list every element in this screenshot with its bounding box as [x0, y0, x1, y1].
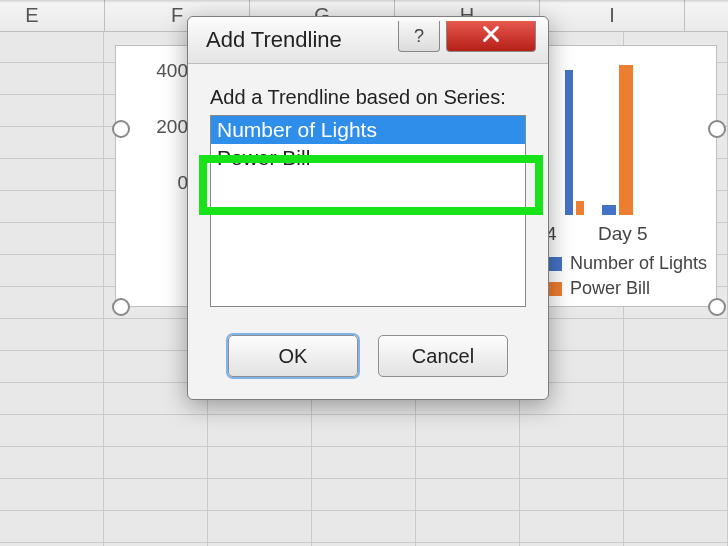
- series-listbox[interactable]: Number of LightsPower Bill: [210, 115, 526, 307]
- cell[interactable]: [208, 447, 312, 478]
- y-tick-label: 200: [128, 116, 188, 172]
- column-header-j[interactable]: J: [685, 0, 728, 31]
- cell[interactable]: [520, 479, 624, 510]
- chart-resize-handle[interactable]: [112, 298, 130, 316]
- cell[interactable]: [208, 511, 312, 542]
- y-tick-label: 400: [128, 60, 188, 116]
- chart-bar[interactable]: [619, 65, 633, 215]
- legend-label: Power Bill: [570, 278, 650, 298]
- cell[interactable]: [312, 479, 416, 510]
- cancel-button[interactable]: Cancel: [378, 335, 508, 377]
- cell[interactable]: [624, 511, 728, 542]
- cell[interactable]: [0, 31, 104, 62]
- grid-row: [0, 479, 728, 511]
- chart-y-axis: 4002000: [128, 60, 188, 228]
- cell[interactable]: [520, 511, 624, 542]
- cell[interactable]: [624, 447, 728, 478]
- cell[interactable]: [624, 351, 728, 382]
- cell[interactable]: [416, 415, 520, 446]
- column-header-i[interactable]: I: [540, 0, 685, 31]
- dialog-button-row: OK Cancel: [188, 317, 548, 399]
- cell[interactable]: [208, 415, 312, 446]
- cell[interactable]: [104, 447, 208, 478]
- dialog-title: Add Trendline: [206, 27, 342, 53]
- legend-item: Power Bill: [548, 278, 708, 299]
- cell[interactable]: [0, 255, 104, 286]
- cell[interactable]: [0, 127, 104, 158]
- cell[interactable]: [0, 415, 104, 446]
- question-mark-icon: ?: [414, 26, 424, 47]
- column-header-e[interactable]: E: [0, 0, 105, 31]
- grid-row: [0, 415, 728, 447]
- cell[interactable]: [312, 511, 416, 542]
- crop-shadow: [0, 0, 728, 3]
- cell[interactable]: [104, 415, 208, 446]
- chart-resize-handle[interactable]: [708, 120, 726, 138]
- close-button[interactable]: [446, 21, 536, 52]
- cell[interactable]: [624, 319, 728, 350]
- help-button[interactable]: ?: [398, 21, 440, 52]
- legend-swatch: [548, 257, 562, 271]
- legend-item: Number of Lights: [548, 253, 708, 274]
- cell[interactable]: [624, 479, 728, 510]
- cell[interactable]: [520, 415, 624, 446]
- chart-resize-handle[interactable]: [708, 298, 726, 316]
- cell[interactable]: [104, 511, 208, 542]
- cell[interactable]: [416, 447, 520, 478]
- chart-bar[interactable]: [565, 70, 573, 215]
- chart-resize-handle[interactable]: [112, 120, 130, 138]
- cell[interactable]: [312, 415, 416, 446]
- cell[interactable]: [312, 447, 416, 478]
- series-option[interactable]: Power Bill: [211, 144, 525, 172]
- close-icon: [480, 23, 502, 49]
- cell[interactable]: [0, 159, 104, 190]
- cell[interactable]: [208, 479, 312, 510]
- dialog-body: Add a Trendline based on Series: Number …: [188, 64, 548, 317]
- cell[interactable]: [0, 351, 104, 382]
- add-trendline-dialog: Add Trendline ? Add a Trendline based on…: [187, 16, 549, 400]
- ok-button[interactable]: OK: [228, 335, 358, 377]
- series-option[interactable]: Number of Lights: [211, 116, 525, 144]
- cell[interactable]: [0, 223, 104, 254]
- dialog-titlebar: Add Trendline ?: [188, 17, 548, 64]
- cell[interactable]: [0, 95, 104, 126]
- cell[interactable]: [104, 479, 208, 510]
- grid-row: [0, 447, 728, 479]
- y-tick-label: 0: [128, 172, 188, 228]
- chart-bar[interactable]: [576, 201, 584, 215]
- cell[interactable]: [0, 191, 104, 222]
- cell[interactable]: [624, 415, 728, 446]
- cell[interactable]: [0, 383, 104, 414]
- cell[interactable]: [520, 447, 624, 478]
- grid-row: [0, 511, 728, 543]
- cell[interactable]: [0, 479, 104, 510]
- cell[interactable]: [0, 63, 104, 94]
- cell[interactable]: [624, 383, 728, 414]
- chart-bar[interactable]: [602, 205, 616, 215]
- cell[interactable]: [416, 511, 520, 542]
- chart-legend: Number of LightsPower Bill: [548, 249, 708, 303]
- cell[interactable]: [0, 287, 104, 318]
- cell[interactable]: [0, 319, 104, 350]
- cell[interactable]: [416, 479, 520, 510]
- x-category-label: Day 5: [598, 223, 648, 245]
- cell[interactable]: [0, 447, 104, 478]
- legend-label: Number of Lights: [570, 253, 707, 273]
- cell[interactable]: [0, 511, 104, 542]
- dialog-prompt: Add a Trendline based on Series:: [210, 86, 526, 109]
- legend-swatch: [548, 282, 562, 296]
